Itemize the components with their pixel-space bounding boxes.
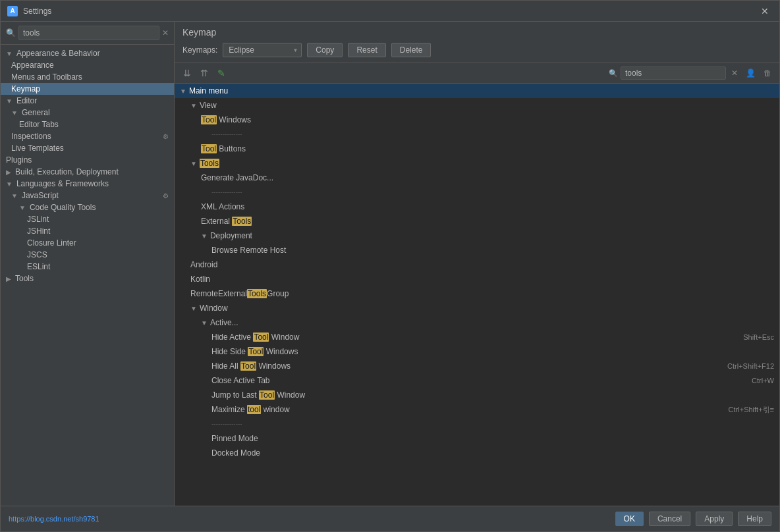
sidebar-item-live-templates[interactable]: Live Templates: [1, 142, 174, 154]
highlight-span: Tool: [240, 361, 256, 371]
km-row-hide-all-tool-windows[interactable]: Hide All Tool Windows Ctrl+Shift+F12: [175, 359, 779, 373]
km-row-jump-last-tool-window[interactable]: Jump to Last Tool Window: [175, 388, 779, 402]
sidebar-item-inspections[interactable]: Inspections ⚙: [1, 130, 174, 142]
expand-all-button[interactable]: ⇊: [180, 66, 194, 80]
sidebar-item-label: Appearance: [11, 61, 54, 70]
keymap-tree: ▼ Main menu ▼ View Tool Windows --------…: [175, 84, 779, 506]
km-row-deployment[interactable]: ▼ Deployment: [175, 228, 779, 243]
km-row-close-active-tab[interactable]: Close Active Tab Ctrl+W: [175, 373, 779, 388]
sidebar-item-code-quality-tools[interactable]: ▼ Code Quality Tools: [1, 201, 174, 213]
sidebar-item-plugins[interactable]: Plugins: [1, 154, 174, 166]
sidebar-item-build-execution[interactable]: ▶ Build, Execution, Deployment: [1, 166, 174, 178]
arrow-icon: ▼: [11, 109, 18, 117]
close-button[interactable]: ✕: [757, 5, 773, 18]
km-row-pinned-mode[interactable]: Pinned Mode: [175, 431, 779, 446]
tree-search-area: 🔍 ✕ 👤 🗑: [609, 66, 774, 80]
keymap-toolbar: ⇊ ⇈ ✎ 🔍 ✕ 👤 🗑: [175, 63, 779, 84]
km-label: Docked Mode: [211, 448, 774, 458]
km-separator-2: --------------: [175, 185, 779, 200]
sidebar-item-tools[interactable]: ▶ Tools: [1, 273, 174, 284]
arrow-icon: ▶: [6, 169, 11, 176]
sidebar-item-label: ESLint: [27, 262, 50, 271]
keymaps-label: Keymaps:: [182, 45, 217, 55]
settings-dialog: A Settings ✕ 🔍 ✕ ▼ Appearance & Behavior…: [0, 0, 780, 532]
km-row-active-toolwindow[interactable]: ▼ Active... Hide active tool window: [175, 315, 779, 330]
keymap-select[interactable]: Eclipse: [223, 43, 302, 57]
cancel-button[interactable]: Cancel: [649, 512, 690, 526]
sidebar-item-appearance-behavior[interactable]: ▼ Appearance & Behavior: [1, 47, 174, 59]
delete-button[interactable]: Delete: [391, 43, 432, 57]
km-row-window[interactable]: ▼ Window: [175, 301, 779, 315]
app-icon: A: [7, 6, 18, 16]
km-row-browse-remote-host[interactable]: Browse Remote Host: [175, 243, 779, 257]
sidebar-search-clear[interactable]: ✕: [162, 28, 169, 38]
sidebar-item-javascript[interactable]: ▼ JavaScript ⚙: [1, 190, 174, 201]
km-row-hide-side-tool-windows[interactable]: Hide Side Tool Windows: [175, 344, 779, 359]
km-row-generate-javadoc[interactable]: Generate JavaDoc...: [175, 171, 779, 185]
km-row-xml-actions[interactable]: XML Actions: [175, 200, 779, 214]
footer-link[interactable]: https://blog.csdn.net/sh9781: [9, 515, 99, 523]
highlight-span: Tool: [201, 115, 217, 124]
sidebar-item-eslint[interactable]: ESLint: [1, 261, 174, 273]
sidebar-item-editor-tabs[interactable]: Editor Tabs: [1, 119, 174, 130]
arrow-icon: ▼: [190, 102, 197, 109]
shortcut-badge: Shift+Esc: [743, 333, 774, 341]
km-row-kotlin[interactable]: Kotlin: [175, 272, 779, 286]
sidebar-item-jslint[interactable]: JSLint: [1, 213, 174, 225]
sidebar-item-appearance[interactable]: Appearance: [1, 59, 174, 71]
highlight-span: Tool: [248, 347, 264, 356]
inspections-badge: ⚙: [163, 133, 169, 140]
km-label: Deployment: [210, 231, 774, 240]
km-row-android[interactable]: Android: [175, 257, 779, 272]
km-label: Tool Buttons: [201, 144, 774, 153]
sidebar-item-jscs[interactable]: JSCS: [1, 249, 174, 261]
sidebar-item-keymap[interactable]: Keymap: [1, 83, 174, 95]
search-icon: 🔍: [6, 28, 16, 38]
sidebar-item-label: Editor Tabs: [19, 120, 59, 129]
edit-button[interactable]: ✎: [214, 66, 229, 80]
km-row-main-menu[interactable]: ▼ Main menu: [175, 84, 779, 98]
sidebar-item-general[interactable]: ▼ General: [1, 107, 174, 119]
km-row-tool-buttons[interactable]: Tool Buttons: [175, 142, 779, 156]
keymap-title: Keymap: [182, 27, 771, 38]
copy-button[interactable]: Copy: [307, 43, 343, 57]
km-row-hide-active-tool-window[interactable]: Hide Active Tool Window Shift+Esc: [175, 330, 779, 344]
km-row-view[interactable]: ▼ View: [175, 98, 779, 113]
km-label: Jump to Last Tool Window: [211, 390, 774, 400]
arrow-icon: ▼: [201, 232, 208, 240]
collapse-all-button[interactable]: ⇈: [197, 66, 211, 80]
arrow-icon: ▶: [6, 275, 11, 282]
sidebar-item-editor[interactable]: ▼ Editor: [1, 95, 174, 107]
tree-search-input[interactable]: [621, 66, 726, 80]
km-row-tool-windows[interactable]: Tool Windows: [175, 113, 779, 127]
km-row-maximize-tool-window[interactable]: Maximize tool window Ctrl+Shift+引≡: [175, 402, 779, 417]
km-separator-3: --------------: [175, 417, 779, 431]
sidebar-item-jshint[interactable]: JSHint: [1, 225, 174, 237]
km-row-external-tools[interactable]: External Tools: [175, 214, 779, 228]
sidebar-item-languages-frameworks[interactable]: ▼ Languages & Frameworks: [1, 178, 174, 190]
sidebar: 🔍 ✕ ▼ Appearance & Behavior Appearance M…: [1, 22, 175, 506]
km-row-tools[interactable]: ▼ Tools: [175, 156, 779, 171]
highlight-span: Tool: [253, 332, 269, 342]
sidebar-item-closure-linter[interactable]: Closure Linter: [1, 237, 174, 249]
reset-button[interactable]: Reset: [348, 43, 385, 57]
ok-button[interactable]: OK: [615, 512, 644, 526]
trash-icon-button[interactable]: 🗑: [761, 67, 774, 79]
km-label: XML Actions: [201, 202, 774, 211]
highlight-span: tool: [247, 405, 261, 414]
tree-search-clear[interactable]: ✕: [729, 67, 740, 79]
km-label: Tool Windows: [201, 115, 774, 124]
sidebar-item-label: Tools: [15, 274, 34, 283]
keymap-controls: Keymaps: Eclipse Copy Reset Delete: [182, 43, 771, 57]
user-icon-button[interactable]: 👤: [743, 67, 758, 79]
sidebar-search-input[interactable]: [18, 26, 159, 40]
sidebar-item-menus-toolbars[interactable]: Menus and Toolbars: [1, 71, 174, 83]
km-label: Hide All Tool Windows: [211, 361, 727, 371]
km-row-docked-mode[interactable]: Docked Mode: [175, 446, 779, 460]
sidebar-item-label: Live Templates: [11, 144, 64, 153]
km-row-remote-external-tools[interactable]: RemoteExternalToolsGroup: [175, 286, 779, 301]
apply-button[interactable]: Apply: [696, 512, 733, 526]
help-button[interactable]: Help: [738, 512, 771, 526]
km-label: Hide Side Tool Windows: [211, 347, 774, 356]
sidebar-item-label: Appearance & Behavior: [16, 49, 100, 58]
